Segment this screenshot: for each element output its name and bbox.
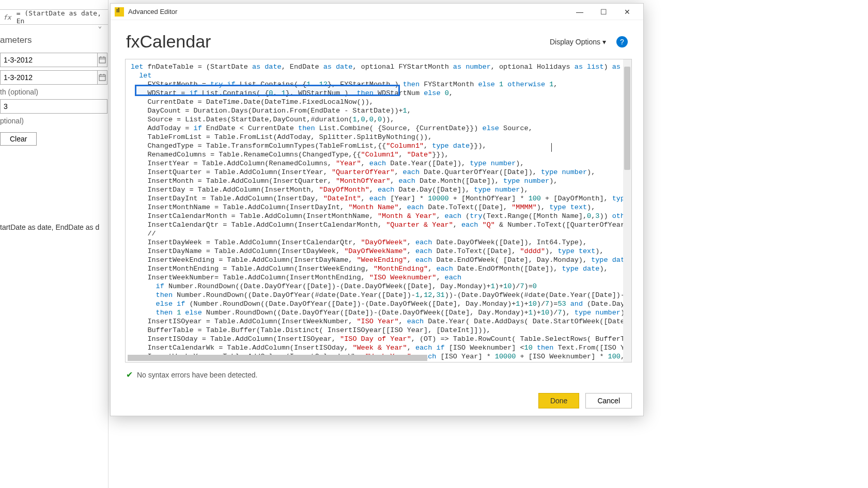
- display-options-dropdown[interactable]: Display Options▾: [550, 38, 606, 46]
- dialog-footer: Done Cancel: [538, 393, 632, 408]
- opt-label-1: th (optional): [0, 88, 107, 96]
- expand-icon[interactable]: ⌄: [98, 22, 102, 29]
- help-button[interactable]: ?: [616, 36, 628, 48]
- side-content: ameters th (optional) ptional) Clear tar…: [0, 31, 107, 146]
- date-picker-icon[interactable]: [98, 70, 107, 85]
- fn-signature-text: tartDate as date, EndDate as d: [0, 223, 99, 231]
- advanced-editor-dialog: Advanced Editor — ☐ ✕ fxCalendar Display…: [110, 3, 644, 416]
- opt-label-2: ptional): [0, 117, 107, 125]
- start-date-input[interactable]: [0, 53, 98, 67]
- date-picker-icon[interactable]: [98, 53, 107, 67]
- opt-month-input[interactable]: [0, 99, 107, 114]
- parameters-heading: ameters: [0, 31, 107, 50]
- titlebar[interactable]: Advanced Editor — ☐ ✕: [111, 4, 643, 20]
- vertical-scrollbar[interactable]: [623, 59, 631, 362]
- check-icon: ✔: [126, 370, 133, 380]
- minimize-button[interactable]: —: [568, 4, 592, 20]
- close-button[interactable]: ✕: [615, 4, 639, 20]
- clear-button[interactable]: Clear: [0, 132, 37, 146]
- formula-bar[interactable]: fx = (StartDate as date, En ⌄: [0, 9, 108, 25]
- status-row: ✔ No syntax errors have been detected.: [111, 366, 643, 384]
- fx-icon: fx: [3, 13, 11, 21]
- horizontal-scrollbar[interactable]: [128, 355, 427, 361]
- svg-rect-0: [99, 57, 105, 63]
- text-caret: [551, 143, 552, 152]
- background-panel: fx = (StartDate as date, En ⌄ ameters th…: [0, 0, 109, 488]
- end-date-input[interactable]: [0, 70, 98, 85]
- maximize-button[interactable]: ☐: [592, 4, 615, 20]
- status-text: No syntax errors have been detected.: [137, 371, 257, 379]
- code-editor[interactable]: let fnDateTable = (StartDate as date, En…: [125, 59, 632, 363]
- svg-rect-4: [99, 75, 105, 81]
- cancel-button[interactable]: Cancel: [585, 393, 632, 408]
- formula-text: = (StartDate as date, En: [17, 9, 105, 25]
- app-icon: [115, 7, 124, 17]
- done-button[interactable]: Done: [538, 393, 579, 408]
- titlebar-text: Advanced Editor: [128, 8, 177, 15]
- chevron-down-icon: ▾: [602, 38, 606, 46]
- query-title: fxCalendar: [126, 32, 211, 52]
- dialog-header: fxCalendar Display Options▾ ?: [111, 20, 643, 56]
